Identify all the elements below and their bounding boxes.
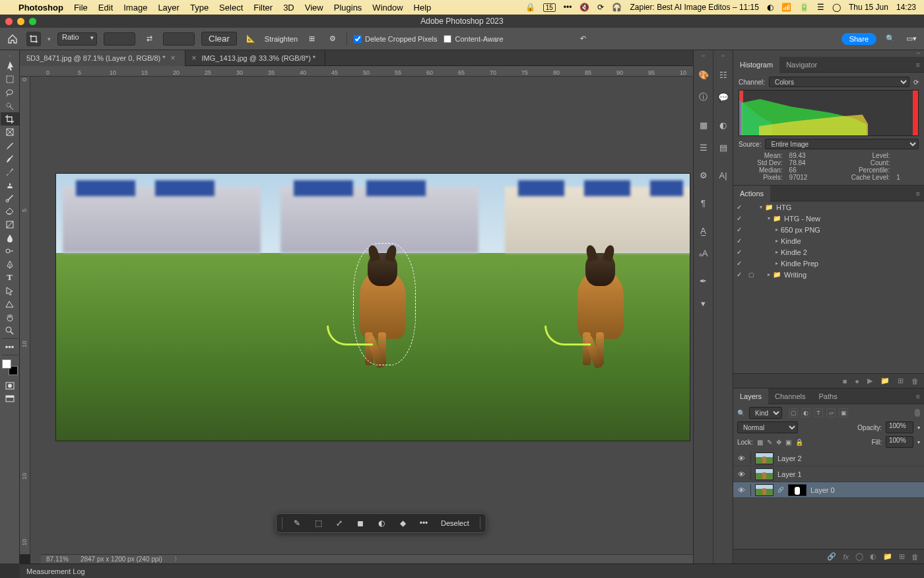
calendar-icon[interactable]: 15: [543, 3, 556, 12]
delete-action-button[interactable]: 🗑: [911, 377, 919, 385]
app-menu[interactable]: Photoshop: [18, 3, 63, 13]
headphones-icon[interactable]: 🎧: [612, 3, 622, 12]
search-button[interactable]: 🔍: [883, 32, 898, 46]
window-zoom-button[interactable]: [29, 18, 36, 25]
swap-dimensions-button[interactable]: ⇄: [142, 32, 156, 46]
gradient-tool[interactable]: [1, 218, 19, 231]
ratio-height-input[interactable]: [163, 32, 195, 46]
stop-action-button[interactable]: ■: [843, 377, 847, 385]
collapse-toolbar-icon[interactable]: ›: [0, 53, 19, 59]
layer-0-row[interactable]: 👁 🔗 Layer 0: [733, 482, 924, 498]
share-button[interactable]: Share: [842, 33, 876, 45]
wifi-icon[interactable]: 📶: [781, 3, 791, 12]
filter-adjustment-icon[interactable]: ◐: [801, 408, 810, 417]
layer-style-button[interactable]: fx: [843, 553, 849, 561]
action-set-htg-new[interactable]: ✓▾📁HTG - New: [733, 213, 924, 224]
menu-filter[interactable]: Filter: [253, 3, 273, 13]
action-650px-png[interactable]: ✓▸650 px PNG: [733, 224, 924, 235]
channels-tab[interactable]: Channels: [768, 388, 812, 404]
close-tab-icon[interactable]: ×: [171, 54, 176, 63]
visibility-toggle[interactable]: 👁: [736, 470, 746, 478]
color-panel-icon[interactable]: 🎨: [696, 67, 711, 82]
content-aware-checkbox[interactable]: Content-Aware: [444, 35, 503, 43]
swatches-panel-icon[interactable]: ▦: [696, 118, 711, 132]
workspace-button[interactable]: ▭▾: [904, 32, 919, 46]
menu-layer[interactable]: Layer: [158, 3, 180, 13]
modify-selection-button[interactable]: ⬚: [312, 517, 325, 530]
adjustment-layer-button[interactable]: ◐: [870, 552, 876, 561]
ratio-dropdown[interactable]: Ratio: [57, 32, 97, 46]
transform-selection-button[interactable]: ⤢: [333, 517, 346, 530]
layer-thumbnail[interactable]: [755, 468, 774, 480]
new-group-button[interactable]: 📁: [883, 552, 892, 561]
menu-view[interactable]: View: [305, 3, 323, 13]
close-tab-icon[interactable]: ×: [192, 54, 197, 63]
document-dimensions[interactable]: 2847 px x 1200 px (240 ppi): [81, 556, 162, 563]
canvas-viewport[interactable]: ✎ ⬚ ⤢ ◼ ◐ ◆ ••• Deselect 87.11% 2847 px …: [30, 77, 693, 563]
lock-transparency-icon[interactable]: ▦: [757, 439, 763, 446]
histogram-tab[interactable]: Histogram: [733, 57, 779, 73]
lock-position-icon[interactable]: ✥: [776, 439, 781, 446]
marquee-tool[interactable]: [1, 73, 19, 86]
horizontal-ruler[interactable]: 0 5 10 15 20 25 30 35 40 45 50 55 60 65 …: [20, 66, 693, 77]
record-action-button[interactable]: ●: [855, 377, 859, 385]
layer-thumbnail[interactable]: [755, 452, 774, 464]
frame-tool[interactable]: [1, 126, 19, 139]
filter-smart-icon[interactable]: ▣: [839, 408, 848, 417]
layers-tab[interactable]: Layers: [733, 388, 768, 404]
document-tab-1[interactable]: 5D3_8471.jpg @ 87.1% (Layer 0, RGB/8) *×: [20, 50, 185, 66]
adjustments-panel-icon[interactable]: ⚙: [696, 168, 711, 182]
visibility-toggle[interactable]: 👁: [736, 454, 746, 462]
eraser-tool[interactable]: [1, 205, 19, 218]
action-kindle[interactable]: ✓▸Kindle: [733, 235, 924, 246]
layer-1-row[interactable]: 👁 Layer 1: [733, 466, 924, 482]
info-panel-icon[interactable]: ⓘ: [696, 90, 711, 104]
gradients-panel-icon[interactable]: ◐: [716, 118, 731, 132]
blur-tool[interactable]: [1, 231, 19, 244]
brushes-panel-icon[interactable]: ✒: [696, 273, 711, 288]
eyedropper-tool[interactable]: [1, 139, 19, 152]
filter-type-icon[interactable]: T: [814, 408, 823, 417]
status-flyout-icon[interactable]: 〉: [174, 555, 180, 563]
sync-icon[interactable]: ⟳: [597, 3, 604, 12]
mask-link-icon[interactable]: 🔗: [777, 487, 784, 493]
crop-settings-button[interactable]: ⚙: [325, 32, 340, 46]
menubar-date[interactable]: Thu 15 Jun: [849, 3, 888, 12]
link-layers-button[interactable]: 🔗: [827, 552, 836, 561]
document-tab-2[interactable]: ×IMG_1413.jpg @ 33.3% (RGB/8*) *: [185, 50, 326, 66]
contextual-task-bar[interactable]: ✎ ⬚ ⤢ ◼ ◐ ◆ ••• Deselect: [276, 513, 486, 533]
panel-menu-icon[interactable]: ≡: [912, 61, 924, 69]
more-options-button[interactable]: •••: [417, 517, 430, 530]
screen-mode-button[interactable]: [1, 392, 19, 406]
menu-image[interactable]: Image: [123, 3, 147, 13]
vertical-ruler[interactable]: 0 5 10 10 10: [20, 77, 30, 554]
lock-all-icon[interactable]: 🔒: [795, 439, 803, 446]
action-set-htg[interactable]: ✓▾📁HTG: [733, 201, 924, 213]
straighten-label[interactable]: Straighten: [265, 35, 298, 43]
menu-help[interactable]: Help: [414, 3, 432, 13]
zoom-level[interactable]: 87.11%: [46, 556, 69, 563]
pen-tool[interactable]: [1, 258, 19, 271]
fill-button[interactable]: ◆: [396, 517, 409, 530]
menu-window[interactable]: Window: [372, 3, 403, 13]
quick-select-tool[interactable]: [1, 99, 19, 112]
menu-file[interactable]: File: [74, 3, 88, 13]
libraries-panel-icon[interactable]: ☰: [696, 140, 711, 155]
fill-input[interactable]: 100%: [886, 436, 913, 448]
ratio-width-input[interactable]: [104, 32, 135, 46]
menubar-time[interactable]: 14:23: [896, 3, 916, 12]
deselect-button[interactable]: Deselect: [438, 519, 472, 527]
new-action-button[interactable]: ⊞: [898, 377, 904, 385]
history-brush-tool[interactable]: [1, 192, 19, 205]
menu-3d[interactable]: 3D: [283, 3, 294, 13]
menu-type[interactable]: Type: [190, 3, 209, 13]
actions-tab[interactable]: Actions: [733, 186, 770, 201]
lock-pixels-icon[interactable]: ✎: [767, 439, 772, 446]
layer-name[interactable]: Layer 2: [777, 454, 802, 462]
menu-plugins[interactable]: Plugins: [334, 3, 362, 13]
window-minimize-button[interactable]: [17, 18, 24, 25]
menu-edit[interactable]: Edit: [98, 3, 113, 13]
crop-tool[interactable]: [1, 112, 19, 126]
delete-layer-button[interactable]: 🗑: [911, 553, 919, 561]
lock-icon[interactable]: 🔒: [525, 3, 535, 12]
